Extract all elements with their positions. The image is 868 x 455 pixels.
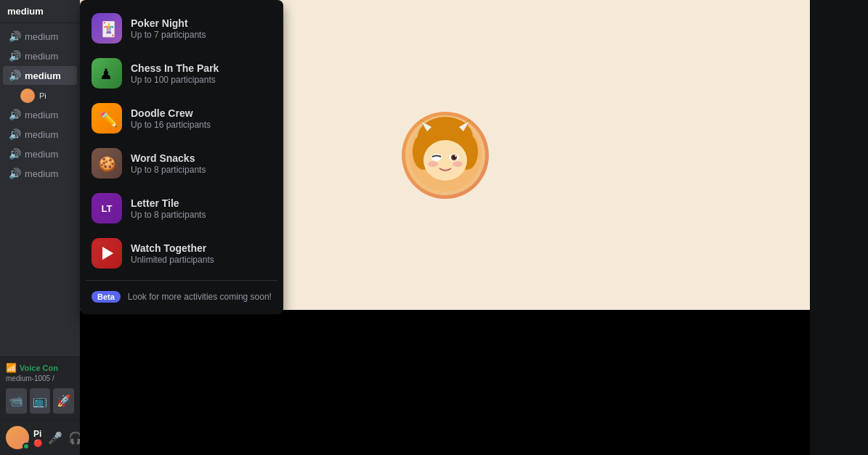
voice-connected-area: 📶 Voice Con medium-1005 / 📹 📺 🚀	[0, 356, 80, 419]
activity-item-letter-tile[interactable]: LT Letter Tile Up to 8 participants	[86, 186, 277, 231]
channel-name: medium	[25, 168, 58, 179]
voice-connected-title: 📶 Voice Con	[6, 363, 74, 373]
svg-point-10	[423, 140, 467, 181]
svg-text:♟: ♟	[100, 66, 113, 82]
active-username: Pi	[39, 91, 46, 100]
activity-dropdown: 🃏 Poker Night Up to 7 participants ♟ Che…	[80, 0, 283, 314]
channel-name: medium	[25, 31, 58, 42]
active-avatar	[20, 89, 35, 103]
beta-badge: Beta	[92, 291, 121, 303]
activity-button[interactable]: 🚀	[53, 388, 74, 414]
voice-channel-icon: 🔊	[9, 70, 21, 81]
activity-title-poker-night: Poker Night	[131, 17, 272, 29]
voice-channel-icon: 🔊	[9, 109, 21, 120]
activity-item-doodle-crew[interactable]: ✏️ Doodle Crew Up to 16 participants	[86, 96, 277, 141]
voice-controls: 📹 📺 🚀	[6, 388, 74, 414]
activity-title-chess-in-the-park: Chess In The Park	[131, 62, 272, 74]
activity-icon-doodle-crew: ✏️	[92, 103, 122, 134]
dropdown-menu: 🃏 Poker Night Up to 7 participants ♟ Che…	[80, 0, 283, 314]
svg-text:✏️: ✏️	[100, 110, 117, 128]
channel-name: medium	[25, 110, 58, 120]
right-panel	[810, 0, 868, 455]
voice-channel-icon: 🔊	[9, 128, 21, 140]
activity-item-word-snacks[interactable]: 🍪 Word Snacks Up to 8 participants	[86, 141, 277, 186]
activity-icon-word-snacks: 🍪	[92, 148, 122, 179]
activity-subtitle-word-snacks: Up to 8 participants	[131, 165, 272, 175]
svg-point-15	[455, 155, 456, 157]
activity-icon-watch-together	[92, 238, 122, 269]
svg-point-17	[453, 161, 463, 167]
activity-item-chess-in-the-park[interactable]: ♟ Chess In The Park Up to 100 participan…	[86, 51, 277, 96]
user-tag: 🔴	[33, 439, 42, 447]
camera-button[interactable]: 📹	[6, 388, 27, 414]
channel-item-4[interactable]: 🔊 medium	[3, 125, 77, 144]
avatar	[6, 426, 29, 449]
channel-name: medium	[25, 129, 58, 140]
activity-icon-poker-night: 🃏	[92, 13, 122, 44]
channel-item-2[interactable]: 🔊 medium	[3, 66, 77, 85]
voice-channel-icon: 🔊	[9, 30, 21, 42]
activity-item-poker-night[interactable]: 🃏 Poker Night Up to 7 participants	[86, 6, 277, 51]
channel-item-5[interactable]: 🔊 medium	[3, 144, 77, 163]
dropdown-divider	[86, 280, 277, 281]
activity-text-poker-night: Poker Night Up to 7 participants	[131, 17, 272, 40]
channel-name: medium	[25, 51, 58, 62]
activity-subtitle-poker-night: Up to 7 participants	[131, 30, 272, 40]
activity-text-watch-together: Watch Together Unlimited participants	[131, 242, 272, 265]
user-panel: Pi 🔴 🎤 🎧 ⚙️	[0, 419, 80, 455]
activity-icon-letter-tile: LT	[92, 193, 122, 224]
beta-row: Beta Look for more activities coming soo…	[86, 285, 277, 308]
voice-channel-icon: 🔊	[9, 148, 21, 160]
mic-icon[interactable]: 🎤	[46, 430, 64, 446]
activity-title-word-snacks: Word Snacks	[131, 152, 272, 164]
channel-name: medium	[25, 70, 61, 81]
activity-subtitle-letter-tile: Up to 8 participants	[131, 210, 272, 220]
activity-icon-chess-in-the-park: ♟	[92, 58, 122, 89]
channel-item-1[interactable]: 🔊 medium	[3, 46, 77, 65]
voice-channel-icon: 🔊	[9, 168, 21, 179]
activity-title-letter-tile: Letter Tile	[131, 197, 272, 209]
username: Pi	[33, 429, 42, 439]
svg-text:🍪: 🍪	[98, 155, 116, 173]
black-area	[80, 310, 810, 455]
participant-avatar-inner	[405, 115, 485, 195]
channel-item-6[interactable]: 🔊 medium	[3, 164, 77, 183]
voice-channel-icon: 🔊	[9, 50, 21, 62]
channel-list: 🔊 medium 🔊 medium 🔊 medium Pi 🔊 medium 🔊…	[0, 23, 80, 356]
sidebar-channel-name: medium	[7, 6, 73, 17]
activity-title-doodle-crew: Doodle Crew	[131, 107, 272, 119]
channel-item-3[interactable]: 🔊 medium	[3, 105, 77, 124]
channel-name: medium	[25, 149, 58, 160]
svg-marker-4	[102, 247, 113, 260]
svg-point-16	[428, 161, 438, 167]
activity-text-letter-tile: Letter Tile Up to 8 participants	[131, 197, 272, 220]
activity-subtitle-chess-in-the-park: Up to 100 participants	[131, 75, 272, 85]
status-badge	[23, 443, 30, 450]
active-user-row: Pi	[0, 86, 80, 104]
activity-subtitle-watch-together: Unlimited participants	[131, 255, 272, 265]
svg-text:🃏: 🃏	[100, 20, 117, 38]
sidebar: medium 🔊 medium 🔊 medium 🔊 medium Pi 🔊 m…	[0, 0, 80, 455]
activity-text-doodle-crew: Doodle Crew Up to 16 participants	[131, 107, 272, 130]
voice-connected-subtitle: medium-1005 /	[6, 374, 74, 382]
beta-text: Look for more activities coming soon!	[128, 292, 272, 302]
activity-subtitle-doodle-crew: Up to 16 participants	[131, 120, 272, 130]
channel-item-0[interactable]: 🔊 medium	[3, 27, 77, 46]
user-info: Pi 🔴	[33, 429, 42, 447]
participant-avatar	[402, 112, 489, 199]
activity-text-chess-in-the-park: Chess In The Park Up to 100 participants	[131, 62, 272, 85]
activity-title-watch-together: Watch Together	[131, 242, 272, 254]
screen-share-button[interactable]: 📺	[30, 388, 51, 414]
sidebar-header: medium	[0, 0, 80, 23]
activity-item-watch-together[interactable]: Watch Together Unlimited participants	[86, 231, 277, 276]
participant-icon	[405, 115, 485, 195]
activity-text-word-snacks: Word Snacks Up to 8 participants	[131, 152, 272, 175]
